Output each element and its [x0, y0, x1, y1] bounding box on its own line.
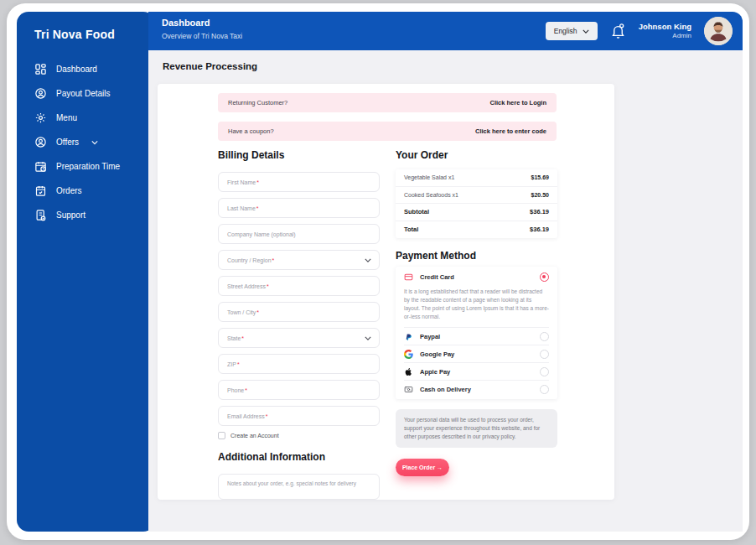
sidebar-item-preparation-time[interactable]: Preparation Time — [17, 154, 155, 179]
payment-radio-credit-card[interactable] — [540, 272, 549, 282]
input-phone[interactable]: Phone* — [218, 380, 380, 400]
sidebar-item-payout-details[interactable]: Payout Details — [17, 81, 155, 106]
payment-option-label: Paypal — [420, 333, 440, 340]
notes-placeholder: Notes about your order, e.g. special not… — [227, 480, 356, 486]
support-doc-icon — [34, 209, 47, 221]
payment-radio-cash-on-delivery[interactable] — [540, 385, 549, 394]
payment-radio-google-pay[interactable] — [540, 350, 549, 359]
sidebar-item-orders[interactable]: Orders — [17, 179, 155, 203]
payment-option-credit-card[interactable]: Credit Card — [404, 267, 549, 287]
field-placeholder: Country / Region — [227, 257, 272, 263]
field-placeholder: Town / City — [227, 309, 256, 315]
avatar[interactable] — [704, 17, 733, 45]
sidebar-item-dashboard[interactable]: Dashboard — [17, 57, 155, 81]
header-subtitle: Overview of Tri Nova Taxi — [162, 32, 242, 40]
payment-option-description: It is a long established fact that a rea… — [404, 287, 549, 327]
place-order-button[interactable]: Place Order → — [396, 459, 449, 476]
brand-title: Tri Nova Food — [34, 28, 115, 41]
paypal-icon — [404, 332, 413, 341]
sidebar-item-label: Support — [56, 210, 85, 220]
returning-customer-banner: Returning Customer? Click here to Login — [218, 93, 557, 112]
sidebar-item-offers[interactable]: Offers — [17, 130, 155, 154]
login-link[interactable]: Click here to Login — [489, 99, 546, 106]
payment-methods: Credit CardIt is a long established fact… — [396, 267, 557, 399]
payment-radio-apple-pay[interactable] — [540, 367, 549, 376]
required-asterisk: * — [256, 205, 259, 211]
dashboard-icon — [34, 63, 47, 75]
input-last-name[interactable]: Last Name* — [218, 198, 380, 218]
sidebar-item-support[interactable]: Support — [17, 203, 155, 227]
language-selector[interactable]: English — [546, 22, 598, 40]
select-state[interactable]: State* — [218, 328, 380, 348]
gear-icon — [34, 112, 47, 124]
input-town-city[interactable]: Town / City* — [218, 302, 380, 322]
banner-question: Have a coupon? — [228, 127, 274, 135]
order-item-label: Vegetable Salad x1 — [404, 174, 454, 180]
chevron-down-icon — [583, 29, 589, 34]
required-asterisk: * — [237, 361, 240, 367]
sidebar-item-label: Payout Details — [56, 89, 110, 98]
place-order-label: Place Order → — [402, 465, 443, 470]
desktop: { "colors": { "sidebar_blue": "#0b4da6",… — [0, 0, 756, 545]
your-order-heading: Your Order — [396, 149, 557, 161]
select-country-region[interactable]: Country / Region* — [218, 250, 380, 270]
payment-option-cash-on-delivery[interactable]: Cash on Delivery — [404, 380, 549, 397]
user-info: Johnson King Admin — [639, 22, 691, 41]
field-placeholder: Company Name (optional) — [227, 231, 296, 237]
field-placeholder: Last Name — [227, 205, 256, 211]
google-pay-icon — [404, 350, 413, 359]
create-account-row[interactable]: Create an Account — [218, 432, 380, 439]
payment-option-paypal[interactable]: Paypal — [404, 327, 549, 345]
input-zip[interactable]: ZIP* — [218, 354, 380, 374]
order-item-price: $36.19 — [530, 208, 549, 215]
field-placeholder: State — [227, 335, 241, 341]
required-asterisk: * — [266, 413, 268, 419]
sidebar-item-menu[interactable]: Menu — [17, 106, 155, 130]
chevron-down-icon — [365, 258, 371, 262]
field-placeholder: Street Address — [227, 283, 266, 289]
checkout-card: Returning Customer? Click here to Login … — [158, 84, 614, 500]
input-first-name[interactable]: First Name* — [218, 172, 380, 192]
input-email-address[interactable]: Email Address* — [218, 406, 380, 426]
privacy-note: Your personal data will be used to proce… — [396, 409, 557, 448]
required-asterisk: * — [272, 257, 275, 263]
order-item-price: $15.69 — [531, 174, 549, 180]
additional-info-heading: Additional Information — [218, 451, 380, 463]
input-company-name-optional[interactable]: Company Name (optional) — [218, 224, 380, 244]
payment-option-apple-pay[interactable]: Apple Pay — [404, 362, 549, 380]
calendar-clock-icon — [34, 160, 47, 173]
user-circle-icon — [34, 136, 47, 148]
order-item-price: $36.19 — [530, 226, 549, 233]
order-summary: Vegetable Salad x1$15.69Cooked Seafoods … — [396, 169, 557, 238]
order-item-label: Cooked Seafoods x1 — [404, 192, 458, 198]
input-street-address[interactable]: Street Address* — [218, 276, 380, 296]
payment-option-label: Google Pay — [420, 350, 454, 358]
required-asterisk: * — [256, 309, 259, 315]
field-placeholder: Email Address — [227, 413, 265, 419]
credit-card-icon — [404, 272, 413, 282]
order-column: Your Order Vegetable Salad x1$15.69Cooke… — [396, 149, 557, 476]
page-title: Revenue Processing — [163, 61, 257, 71]
payment-radio-paypal[interactable] — [540, 332, 549, 341]
apple-icon — [404, 367, 413, 376]
sidebar-item-label: Dashboard — [56, 65, 97, 74]
required-asterisk: * — [241, 335, 244, 341]
cash-icon — [404, 385, 413, 394]
user-name: Johnson King — [639, 22, 691, 32]
order-notes-textarea[interactable]: Notes about your order, e.g. special not… — [218, 474, 380, 500]
field-placeholder: First Name — [227, 179, 256, 185]
create-account-checkbox[interactable] — [218, 432, 225, 439]
sidebar-nav: DashboardPayout DetailsMenuOffersPrepara… — [17, 57, 155, 227]
order-row-cooked-seafoods-x1: Cooked Seafoods x1$20.50 — [396, 187, 557, 205]
sidebar-item-label: Offers — [56, 138, 79, 147]
notification-bell-icon[interactable] — [610, 23, 626, 40]
payment-option-google-pay[interactable]: Google Pay — [404, 345, 549, 362]
order-item-label: Total — [404, 226, 418, 233]
payment-option-label: Cash on Delivery — [420, 386, 471, 393]
enter-code-link[interactable]: Click here to enter code — [475, 127, 546, 135]
field-placeholder: Phone — [227, 387, 244, 393]
user-role: Admin — [639, 32, 691, 40]
chevron-down-icon — [365, 336, 371, 340]
order-row-subtotal: Subtotal$36.19 — [396, 204, 557, 221]
language-label: English — [554, 27, 577, 35]
